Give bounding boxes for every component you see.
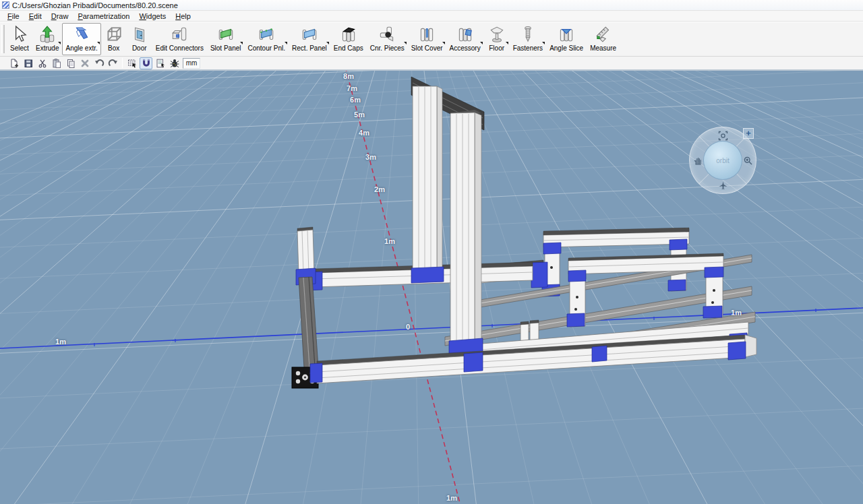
button-label: Contour Pnl.	[247, 44, 285, 52]
nav-zoom-plus-button[interactable]: +	[743, 128, 754, 139]
slanted-post	[299, 277, 318, 368]
slot-cover-icon	[417, 25, 436, 44]
fasteners-button[interactable]: Fasteners	[510, 23, 546, 55]
navigation-wheel: orbit +	[689, 127, 756, 194]
dropdown-arrow-icon	[506, 42, 508, 44]
angle-extrude-button[interactable]: Angle extr.	[62, 23, 100, 55]
floor-icon	[487, 25, 506, 44]
select-button[interactable]: Select	[7, 23, 32, 55]
angle-slice-button[interactable]: Angle Slice	[546, 23, 587, 55]
paste-icon	[51, 58, 62, 69]
dropdown-arrow-icon	[480, 42, 483, 44]
contour-panel-button[interactable]: Contour Pnl.	[244, 23, 289, 55]
contour-panel-icon	[257, 25, 276, 44]
extrude-button[interactable]: Extrude	[32, 23, 62, 55]
quick-toolbar: mm	[0, 57, 863, 71]
button-label: Box	[108, 44, 119, 52]
copy-icon	[65, 58, 76, 69]
button-label: End Caps	[334, 44, 363, 52]
title-bar: C:/Users/Ghozian Pribadi/Documents/80.20…	[0, 0, 863, 11]
corner-pieces-icon	[378, 25, 396, 44]
angle-slice-icon	[557, 25, 576, 44]
copy-button[interactable]	[64, 57, 77, 69]
report-icon	[155, 58, 166, 69]
edit-connectors-icon	[170, 25, 189, 44]
menu-help[interactable]: Help	[171, 11, 196, 21]
dropdown-arrow-icon	[97, 42, 100, 44]
door-icon	[130, 25, 149, 44]
rect-panel-button[interactable]: Rect. Panel	[289, 23, 330, 55]
dropdown-arrow-icon	[240, 42, 243, 44]
rect-panel-icon	[300, 25, 319, 44]
menu-file[interactable]: File	[3, 11, 24, 21]
delete-button[interactable]	[78, 57, 91, 69]
nav-fit-view-button[interactable]	[717, 129, 729, 141]
frame-model	[292, 77, 756, 388]
dropdown-arrow-icon	[285, 42, 287, 44]
box-button[interactable]: Box	[101, 23, 127, 55]
button-label: Accessory	[450, 44, 481, 52]
menu-draw[interactable]: Draw	[47, 11, 73, 21]
edit-connectors-button[interactable]: Edit Connectors	[152, 23, 207, 55]
delete-icon	[80, 58, 90, 69]
main-toolbar: Select Extrude Angle extr. Box	[0, 22, 863, 57]
debug-bug-button[interactable]	[168, 57, 181, 69]
dropdown-arrow-icon	[58, 42, 61, 44]
grid-capture-button[interactable]	[125, 57, 138, 69]
dropdown-arrow-icon	[404, 42, 407, 44]
nav-fly-button[interactable]	[717, 179, 729, 191]
button-label: Angle extr.	[65, 44, 97, 52]
button-label: Door	[132, 44, 147, 52]
end-caps-icon	[339, 25, 358, 44]
door-button[interactable]: Door	[127, 23, 152, 55]
report-button[interactable]	[154, 57, 167, 69]
slot-panel-icon	[216, 25, 235, 44]
pan-hand-icon	[693, 156, 703, 166]
dropdown-arrow-icon	[326, 42, 329, 44]
undo-button[interactable]	[92, 57, 105, 69]
left-post	[296, 227, 316, 285]
button-label: Edit Connectors	[156, 44, 204, 52]
fasteners-icon	[518, 25, 537, 44]
corner-pieces-button[interactable]: Cnr. Pieces	[367, 23, 408, 55]
button-label: Fasteners	[513, 44, 543, 52]
nav-orbit-button[interactable]: orbit	[703, 141, 742, 180]
save-button[interactable]	[22, 57, 34, 69]
measure-icon	[594, 25, 613, 44]
cut-button[interactable]	[36, 57, 49, 69]
menu-parametrization[interactable]: Parametrization	[73, 11, 134, 21]
save-icon	[23, 58, 34, 69]
window-title: C:/Users/Ghozian Pribadi/Documents/80.20…	[12, 1, 178, 9]
button-label: Slot Panel	[210, 44, 241, 52]
slot-cover-button[interactable]: Slot Cover	[408, 23, 446, 55]
menu-widgets[interactable]: Widgets	[134, 11, 171, 21]
floor-button[interactable]: Floor	[484, 23, 510, 55]
toolbar-grip[interactable]	[1, 25, 5, 53]
unit-display[interactable]: mm	[183, 58, 200, 69]
redo-button[interactable]	[107, 57, 119, 69]
menu-edit[interactable]: Edit	[24, 11, 47, 21]
dropdown-arrow-icon	[442, 42, 445, 44]
grid-capture-icon	[127, 58, 138, 69]
cut-icon	[37, 58, 48, 69]
paste-button[interactable]	[50, 57, 63, 69]
nav-orbit-label: orbit	[716, 157, 729, 164]
button-label: Cnr. Pieces	[370, 44, 405, 52]
button-label: Slot Cover	[411, 44, 443, 52]
3d-viewport[interactable]: 8m 7m 6m 5m 4m 3m 2m 1m 0 1m 1m 1m orbit	[0, 71, 863, 504]
app-window-icon	[2, 1, 9, 9]
select-cursor-icon	[10, 25, 29, 44]
nav-pan-button[interactable]	[692, 154, 704, 166]
slot-panel-button[interactable]: Slot Panel	[207, 23, 245, 55]
accessory-button[interactable]: Accessory	[446, 23, 484, 55]
measure-button[interactable]: Measure	[587, 23, 620, 55]
new-document-button[interactable]	[7, 57, 20, 69]
magnet-snap-button[interactable]	[140, 57, 152, 69]
debug-bug-icon	[169, 58, 180, 69]
end-caps-button[interactable]: End Caps	[330, 23, 367, 55]
nav-zoom-button[interactable]	[742, 154, 754, 166]
zoom-icon	[743, 156, 753, 166]
button-label: Floor	[489, 44, 504, 52]
button-label: Measure	[590, 44, 616, 52]
magnet-snap-icon	[141, 58, 152, 69]
